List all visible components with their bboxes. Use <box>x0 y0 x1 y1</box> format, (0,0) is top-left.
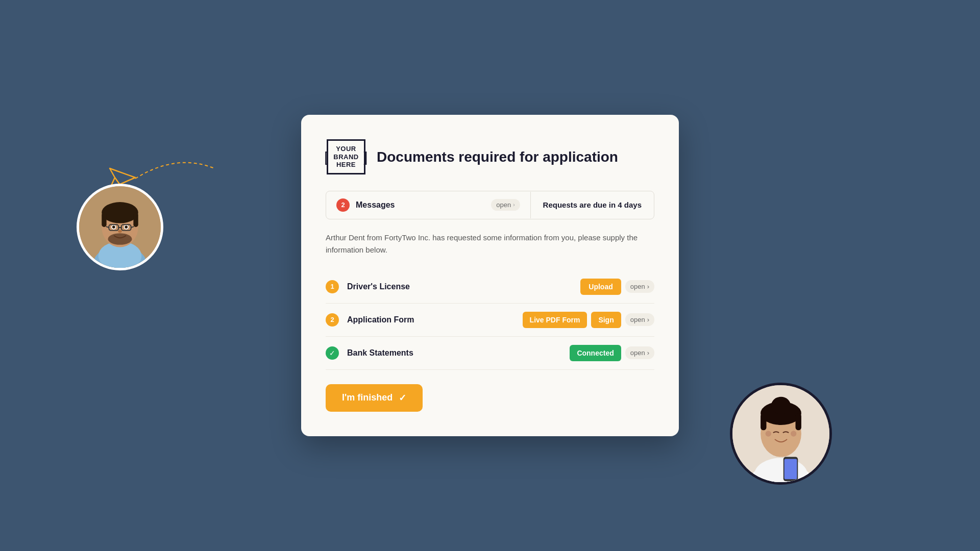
document-row-drivers-license: 1 Driver's License Upload open › <box>326 270 654 304</box>
chevron-right-icon-1: › <box>647 283 649 290</box>
chevron-right-icon-3: › <box>647 349 649 357</box>
row-number-2: 2 <box>326 313 339 327</box>
doc-name-application-form: Application Form <box>347 315 514 324</box>
svg-rect-31 <box>785 459 797 479</box>
messages-bar[interactable]: 2 Messages open › Requests are due in 4 … <box>326 191 654 219</box>
svg-rect-27 <box>761 413 766 430</box>
brand-line3: HERE <box>336 161 356 168</box>
svg-point-29 <box>771 397 791 414</box>
row-actions-1: Upload open › <box>580 279 654 295</box>
svg-point-12 <box>112 226 115 229</box>
svg-point-32 <box>766 431 771 436</box>
open-label-2: open <box>630 316 645 323</box>
avatar-left <box>77 184 163 270</box>
live-pdf-form-button[interactable]: Live PDF Form <box>523 312 587 328</box>
svg-point-20 <box>108 233 132 245</box>
chevron-right-icon: › <box>513 202 514 208</box>
svg-rect-9 <box>133 213 138 227</box>
brand-logo-box: YOUR BRAND HERE <box>327 139 365 174</box>
application-form-open-pill[interactable]: open › <box>625 313 654 326</box>
document-row-bank-statements: ✓ Bank Statements Connected open › <box>326 337 654 370</box>
doc-name-bank-statements: Bank Statements <box>347 348 561 358</box>
brand-line2: BRAND <box>333 153 358 161</box>
svg-rect-28 <box>796 413 801 430</box>
open-label-3: open <box>630 349 645 357</box>
row-check-3: ✓ <box>326 346 339 360</box>
main-card: YOUR BRAND HERE Documents required for a… <box>301 115 679 436</box>
doc-name-drivers-license: Driver's License <box>347 282 572 291</box>
doc-number-2: 2 <box>330 316 334 323</box>
messages-open-pill[interactable]: open › <box>491 199 520 211</box>
description-text: Arthur Dent from FortyTwo Inc. has reque… <box>326 232 654 256</box>
upload-button[interactable]: Upload <box>580 279 621 295</box>
finished-button-label: I'm finished <box>342 392 393 403</box>
finished-check-icon: ✓ <box>399 392 406 404</box>
open-label-1: open <box>630 283 645 290</box>
svg-point-33 <box>791 431 796 436</box>
connected-button[interactable]: Connected <box>570 345 621 361</box>
row-number-1: 1 <box>326 280 339 293</box>
messages-left: 2 Messages open › <box>326 191 530 219</box>
svg-point-13 <box>125 226 128 229</box>
drivers-license-open-pill[interactable]: open › <box>625 280 654 293</box>
messages-label: Messages <box>356 201 395 210</box>
messages-badge: 2 <box>336 198 350 212</box>
check-icon-3: ✓ <box>329 349 335 357</box>
sign-button[interactable]: Sign <box>591 312 621 328</box>
doc-number-1: 1 <box>330 283 334 290</box>
brand-line1: YOUR <box>336 145 356 153</box>
avatar-right <box>730 383 832 485</box>
page-title: Documents required for application <box>377 149 618 165</box>
due-notice: Requests are due in 4 days <box>531 193 654 216</box>
svg-point-7 <box>102 202 138 223</box>
document-row-application-form: 2 Application Form Live PDF Form Sign op… <box>326 304 654 337</box>
bank-statements-open-pill[interactable]: open › <box>625 346 654 359</box>
row-actions-2: Live PDF Form Sign open › <box>523 312 654 328</box>
finished-section: I'm finished ✓ <box>326 384 654 412</box>
chevron-right-icon-2: › <box>647 316 649 323</box>
card-header: YOUR BRAND HERE Documents required for a… <box>326 139 654 174</box>
row-actions-3: Connected open › <box>570 345 654 361</box>
svg-rect-8 <box>102 213 106 227</box>
finished-button[interactable]: I'm finished ✓ <box>326 384 423 412</box>
brand-logo: YOUR BRAND HERE <box>326 139 366 174</box>
svg-point-19 <box>118 230 122 233</box>
messages-open-label: open <box>496 201 511 209</box>
